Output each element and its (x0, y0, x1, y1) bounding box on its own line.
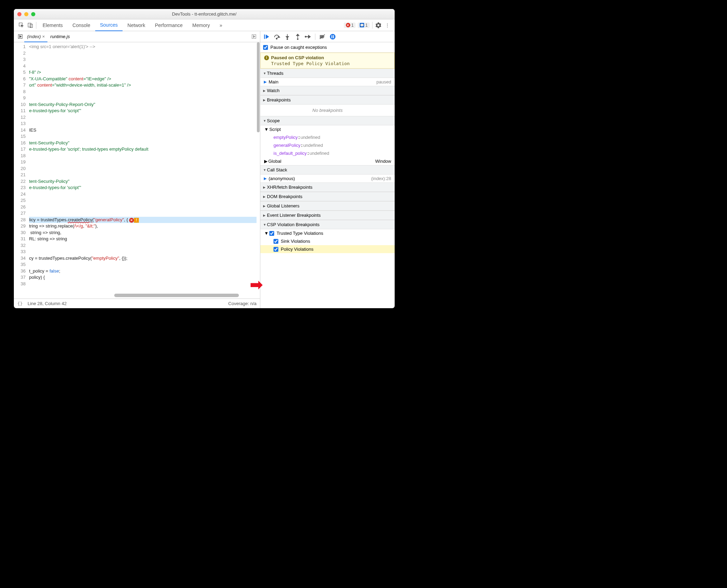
svg-marker-10 (278, 36, 280, 37)
pretty-print-icon[interactable]: {} (17, 301, 23, 306)
section-dom[interactable]: ▶DOM Breakpoints (260, 192, 395, 201)
tab-console[interactable]: Console (68, 19, 95, 31)
annotation-arrow: ➡ (250, 276, 263, 293)
csp-sink[interactable]: Sink Violations (260, 237, 395, 245)
step-over-icon[interactable] (273, 33, 281, 41)
devtools-window: DevTools - tt-enforced.glitch.me/ Elemen… (14, 9, 395, 308)
file-tabbar: (index)× runtime.js (14, 31, 260, 42)
debugger-toolbar (260, 31, 395, 42)
tab-sources[interactable]: Sources (95, 19, 123, 31)
section-callstack[interactable]: ▼Call Stack (260, 165, 395, 175)
cursor-position: Line 28, Column 42 (28, 301, 67, 306)
section-xhr[interactable]: ▶XHR/fetch Breakpoints (260, 182, 395, 192)
svg-point-21 (330, 34, 335, 39)
svg-marker-18 (308, 35, 311, 38)
gutter: 1234567891011121314151617181920212223242… (14, 42, 28, 299)
pause-exceptions-icon[interactable] (329, 33, 337, 41)
navigator-icon[interactable] (16, 34, 24, 39)
csp-policy[interactable]: Policy Violations (260, 245, 395, 253)
section-threads[interactable]: ▼Threads (260, 69, 395, 78)
svg-point-13 (287, 38, 288, 39)
csp-trusted-types[interactable]: ▼Trusted Type Violations (260, 229, 395, 237)
sink-checkbox[interactable] (273, 239, 278, 244)
scope-global[interactable]: ▶GlobalWindow (260, 157, 395, 165)
svg-marker-4 (19, 35, 21, 37)
policy-checkbox[interactable] (273, 247, 278, 252)
window-title: DevTools - tt-enforced.glitch.me/ (172, 11, 236, 17)
paused-title: Paused on CSP violation (271, 55, 324, 60)
arrow-icon: ▶ (264, 80, 267, 84)
section-global-listeners[interactable]: ▶Global Listeners (260, 201, 395, 211)
play-icon[interactable] (250, 34, 258, 39)
file-tab-runtime[interactable]: runtime.js (47, 31, 72, 42)
gear-icon[interactable] (374, 21, 383, 30)
info-icon: i (264, 55, 269, 60)
svg-marker-12 (286, 36, 289, 38)
thread-main[interactable]: ▶Mainpaused (260, 78, 395, 86)
scope-var[interactable]: is_default_policy: undefined (260, 149, 395, 157)
issue-badge[interactable]: 💬1 (358, 23, 370, 28)
editor-statusbar: {} Line 28, Column 42 Coverage: n/a (14, 299, 260, 308)
svg-rect-1 (28, 23, 31, 27)
code-editor[interactable]: 1234567891011121314151617181920212223242… (14, 42, 260, 299)
tab-more[interactable]: » (215, 19, 227, 31)
stack-frame[interactable]: ▶(anonymous)(index):28 (260, 175, 395, 182)
pause-caught-checkbox[interactable] (263, 45, 268, 50)
no-breakpoints: No breakpoints (260, 105, 395, 116)
kebab-icon[interactable]: ⋮ (383, 21, 392, 30)
close-tab-icon[interactable]: × (42, 34, 45, 39)
scope-var[interactable]: emptyPolicy: undefined (260, 133, 395, 141)
error-count: 1 (351, 23, 354, 28)
svg-marker-8 (266, 34, 269, 39)
titlebar: DevTools - tt-enforced.glitch.me/ (14, 9, 395, 19)
step-out-icon[interactable] (294, 33, 302, 41)
file-tab-index[interactable]: (index)× (24, 31, 47, 42)
scope-var[interactable]: generalPolicy: undefined (260, 141, 395, 149)
issue-count: 1 (365, 23, 368, 28)
step-icon[interactable] (304, 33, 312, 41)
section-event-listener[interactable]: ▶Event Listener Breakpoints (260, 211, 395, 220)
deactivate-breakpoints-icon[interactable] (318, 33, 326, 41)
arrow-icon: ▶ (264, 176, 267, 181)
pause-caught-label: Pause on caught exceptions (270, 45, 327, 50)
section-breakpoints[interactable]: ▶Breakpoints (260, 95, 395, 105)
vertical-scrollbar[interactable] (257, 42, 260, 299)
step-into-icon[interactable] (283, 33, 291, 41)
svg-marker-6 (253, 35, 255, 37)
main-toolbar: Elements Console Sources Network Perform… (14, 19, 395, 31)
horizontal-scrollbar[interactable] (114, 294, 239, 297)
code-area[interactable]: <img src=1 onerror='alert(1)'> -->f-8" /… (28, 42, 257, 299)
paused-subtitle: Trusted Type Policy Violation (264, 61, 391, 66)
coverage-status: Coverage: n/a (228, 301, 257, 306)
scope-script[interactable]: ▼Script (260, 125, 395, 133)
svg-point-9 (276, 38, 277, 39)
tab-network[interactable]: Network (123, 19, 150, 31)
svg-rect-23 (333, 35, 334, 38)
tab-elements[interactable]: Elements (38, 19, 68, 31)
editor-pane: (index)× runtime.js 12345678910111213141… (14, 31, 260, 308)
minimize-window-button[interactable] (24, 12, 28, 16)
file-tab-label: (index) (27, 34, 41, 39)
inspect-icon[interactable] (17, 21, 26, 30)
error-badge[interactable]: ✕1 (344, 23, 356, 28)
debugger-pane: Pause on caught exceptions iPaused on CS… (260, 31, 395, 308)
svg-rect-22 (332, 35, 332, 38)
svg-marker-15 (296, 34, 299, 36)
section-watch[interactable]: ▶Watch (260, 86, 395, 95)
svg-rect-7 (264, 34, 265, 39)
device-mode-icon[interactable] (26, 21, 35, 30)
section-scope[interactable]: ▼Scope (260, 116, 395, 125)
svg-point-16 (297, 38, 298, 39)
paused-banner: iPaused on CSP violation Trusted Type Po… (260, 53, 395, 69)
tt-checkbox[interactable] (269, 231, 274, 236)
svg-point-19 (305, 36, 306, 37)
section-csp[interactable]: ▼CSP Violation Breakpoints (260, 220, 395, 229)
pause-caught-row[interactable]: Pause on caught exceptions (260, 42, 395, 53)
traffic-lights (17, 12, 35, 16)
resume-icon[interactable] (262, 33, 271, 41)
close-window-button[interactable] (17, 12, 21, 16)
tab-memory[interactable]: Memory (188, 19, 215, 31)
tab-performance[interactable]: Performance (150, 19, 187, 31)
zoom-window-button[interactable] (31, 12, 35, 16)
